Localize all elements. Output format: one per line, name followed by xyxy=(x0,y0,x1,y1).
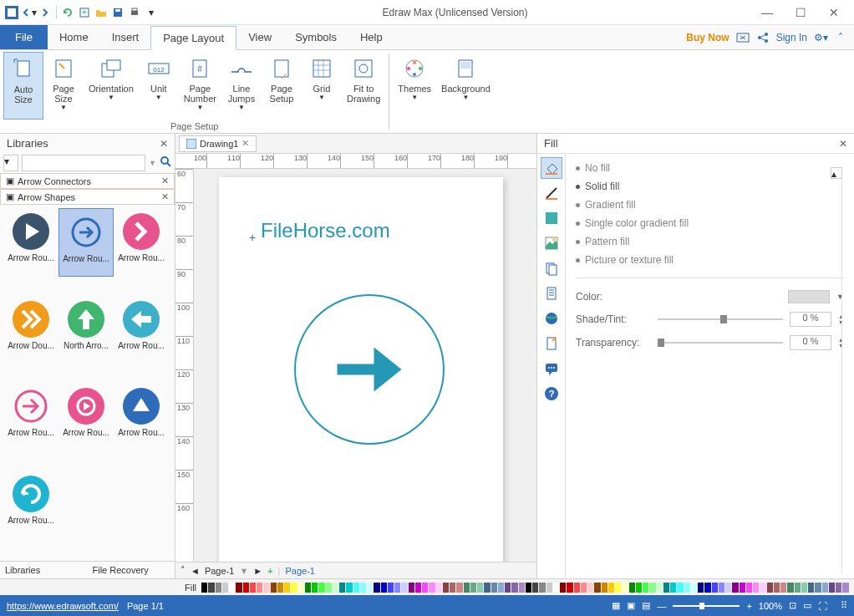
color-cell[interactable] xyxy=(360,583,366,593)
help-icon[interactable]: ? xyxy=(541,383,562,405)
color-cell[interactable] xyxy=(691,583,697,593)
color-cell[interactable] xyxy=(263,583,269,593)
shape-item[interactable]: Arrow Rou... xyxy=(114,383,169,451)
color-cell[interactable] xyxy=(519,583,525,593)
page-tab[interactable]: Page-1 xyxy=(285,566,314,576)
resize-grip-icon[interactable]: ⠿ xyxy=(841,600,847,611)
color-cell[interactable] xyxy=(842,583,848,593)
close-tab-icon[interactable]: ✕ xyxy=(241,138,249,149)
color-cell[interactable] xyxy=(643,583,648,593)
picture-icon[interactable] xyxy=(541,232,562,254)
color-cell[interactable] xyxy=(298,583,304,593)
collapse-icon[interactable]: ˄ xyxy=(180,565,186,576)
edit-icon[interactable] xyxy=(541,333,562,354)
color-cell[interactable] xyxy=(746,583,752,593)
doc-tab-drawing1[interactable]: Drawing1 ✕ xyxy=(179,135,257,152)
color-cell[interactable] xyxy=(436,583,442,593)
grid-button[interactable]: Grid ▼ xyxy=(302,52,342,120)
color-cell[interactable] xyxy=(615,583,621,593)
color-cell[interactable] xyxy=(505,583,511,593)
view-present-icon[interactable]: ▤ xyxy=(642,600,650,611)
page-size-button[interactable]: PageSize ▼ xyxy=(43,52,84,120)
color-cell[interactable] xyxy=(801,583,807,593)
trans-value[interactable]: 0 % xyxy=(790,335,831,350)
color-cell[interactable] xyxy=(560,583,566,593)
color-cell[interactable] xyxy=(271,583,277,593)
shade-slider[interactable] xyxy=(658,318,783,320)
color-cell[interactable] xyxy=(608,583,614,593)
shape-item[interactable]: Arrow Rou... xyxy=(114,208,169,277)
color-cell[interactable] xyxy=(305,583,311,593)
color-cell[interactable] xyxy=(636,583,642,593)
signin-link[interactable]: Sign In xyxy=(776,32,807,43)
trans-slider[interactable] xyxy=(658,342,783,344)
color-cell[interactable] xyxy=(836,583,841,593)
fill-option[interactable]: Solid fill xyxy=(576,181,844,192)
color-cell[interactable] xyxy=(725,583,731,593)
tab-file-recovery[interactable]: File Recovery xyxy=(88,562,175,578)
view-normal-icon[interactable]: ▣ xyxy=(627,600,635,611)
orientation-button[interactable]: Orientation ▼ xyxy=(84,52,139,120)
background-button[interactable]: Background ▼ xyxy=(436,52,496,130)
buy-now-link[interactable]: Buy Now xyxy=(686,32,729,43)
color-cell[interactable] xyxy=(587,583,593,593)
new-icon[interactable]: + xyxy=(76,4,93,21)
color-cell[interactable] xyxy=(409,583,414,593)
arrow-shape[interactable] xyxy=(294,294,445,445)
fill-option[interactable]: Pattern fill xyxy=(576,236,844,247)
color-cell[interactable] xyxy=(780,583,786,593)
color-cell[interactable] xyxy=(732,583,738,593)
prev-page-icon[interactable]: ◄ xyxy=(191,566,200,576)
color-cell[interactable] xyxy=(670,583,676,593)
globe-icon[interactable] xyxy=(541,308,562,329)
color-cell[interactable] xyxy=(649,583,655,593)
color-cell[interactable] xyxy=(684,583,690,593)
color-cell[interactable] xyxy=(712,583,718,593)
color-cell[interactable] xyxy=(243,583,249,593)
shadow-icon[interactable] xyxy=(541,207,562,229)
color-cell[interactable] xyxy=(318,583,324,593)
lib-section-shapes[interactable]: ▣Arrow Shapes ✕ xyxy=(0,189,175,205)
color-cell[interactable] xyxy=(815,583,821,593)
shade-value[interactable]: 0 % xyxy=(790,312,831,327)
page-setup-button[interactable]: PageSetup xyxy=(262,52,302,120)
color-cell[interactable] xyxy=(698,583,704,593)
color-cell[interactable] xyxy=(822,583,828,593)
shape-item[interactable]: Arrow Rou... xyxy=(58,383,114,451)
redo-icon[interactable] xyxy=(37,4,53,21)
save-icon[interactable] xyxy=(109,4,126,21)
zoom-in-icon[interactable]: + xyxy=(746,601,751,611)
comment-icon[interactable] xyxy=(541,358,562,379)
color-cell[interactable] xyxy=(201,583,207,593)
color-cell[interactable] xyxy=(594,583,600,593)
library-selector[interactable]: ▾ xyxy=(3,155,18,171)
color-cell[interactable] xyxy=(657,583,663,593)
color-cell[interactable] xyxy=(367,583,373,593)
color-cell[interactable] xyxy=(787,583,793,593)
color-cell[interactable] xyxy=(740,583,745,593)
fill-option[interactable]: Picture or texture fill xyxy=(576,254,844,266)
tab-libraries[interactable]: Libraries xyxy=(0,562,88,578)
fill-bucket-icon[interactable] xyxy=(541,157,562,179)
shape-item[interactable]: North Arro... xyxy=(58,296,114,364)
color-cell[interactable] xyxy=(719,583,724,593)
color-palette[interactable] xyxy=(201,583,849,593)
zoom-slider[interactable] xyxy=(673,605,740,607)
color-cell[interactable] xyxy=(470,583,476,593)
page-selector[interactable]: Page-1 xyxy=(205,566,234,576)
zoom-level[interactable]: 100% xyxy=(759,601,782,611)
color-cell[interactable] xyxy=(795,583,801,593)
color-cell[interactable] xyxy=(374,583,379,593)
shape-item[interactable]: Arrow Rou... xyxy=(3,471,58,539)
color-cell[interactable] xyxy=(767,583,773,593)
website-link[interactable]: https://www.edrawsoft.com/ xyxy=(7,601,119,611)
color-cell[interactable] xyxy=(567,583,572,593)
fit-page-icon[interactable]: ⊡ xyxy=(789,600,796,611)
canvas[interactable]: FileHorse.com + xyxy=(194,169,536,562)
auto-size-button[interactable]: AutoSize xyxy=(3,52,43,120)
color-cell[interactable] xyxy=(484,583,490,593)
shape-item[interactable]: Arrow Rou... xyxy=(3,383,58,451)
settings-icon[interactable]: ⚙▾ xyxy=(814,31,827,44)
fit-width-icon[interactable]: ▭ xyxy=(803,600,811,611)
add-page-icon[interactable]: + xyxy=(267,566,272,576)
